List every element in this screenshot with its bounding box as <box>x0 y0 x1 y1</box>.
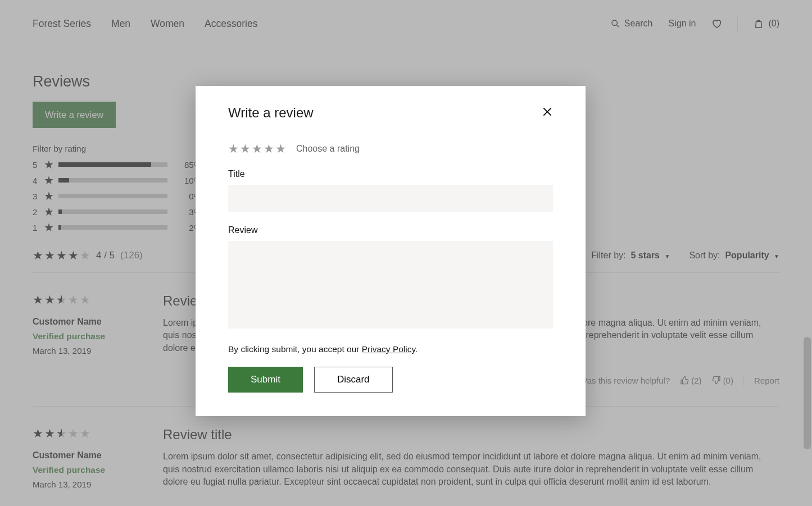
review-title-input[interactable] <box>228 185 553 212</box>
review-body-textarea[interactable] <box>228 241 553 329</box>
policy-text: By clicking submit, you accept our Priva… <box>228 344 553 354</box>
review-field-label: Review <box>228 225 553 235</box>
choose-rating-label: Choose a rating <box>296 144 360 154</box>
privacy-policy-link[interactable]: Privacy Policy <box>362 344 415 354</box>
policy-prefix: By clicking submit, you accept our <box>228 344 362 354</box>
title-field-label: Title <box>228 169 553 179</box>
discard-button[interactable]: Discard <box>314 367 393 393</box>
rating-selector[interactable]: ★ ★ ★ ★ ★ <box>228 142 286 156</box>
modal-title: Write a review <box>228 105 314 121</box>
write-review-modal: Write a review ★ ★ ★ ★ ★ Choose a rating… <box>196 86 586 416</box>
star-1[interactable]: ★ <box>228 142 239 156</box>
star-5[interactable]: ★ <box>275 142 286 156</box>
submit-button[interactable]: Submit <box>228 367 303 393</box>
star-2[interactable]: ★ <box>240 142 251 156</box>
star-3[interactable]: ★ <box>252 142 262 156</box>
close-icon <box>542 106 553 117</box>
star-4[interactable]: ★ <box>264 142 274 156</box>
policy-suffix: . <box>415 344 418 354</box>
close-button[interactable] <box>542 106 553 120</box>
